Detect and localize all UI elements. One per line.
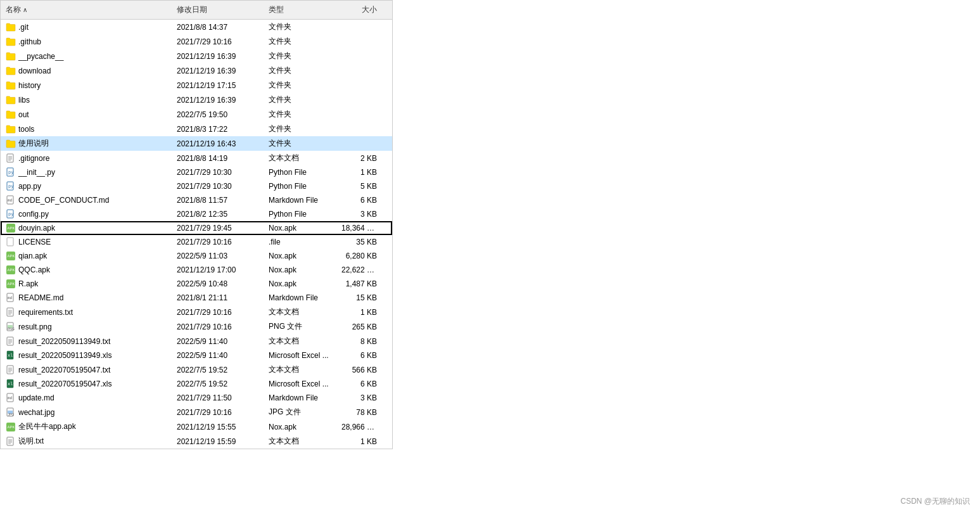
text-icon	[6, 437, 16, 447]
file-date-cell: 2021/12/19 15:59	[172, 437, 264, 447]
table-row[interactable]: .github 2021/7/29 10:16 文件夹	[1, 34, 392, 49]
file-date-cell: 2021/12/19 17:15	[172, 80, 264, 91]
svg-text:py: py	[8, 170, 13, 175]
file-date-cell: 2021/12/19 16:39	[172, 51, 264, 61]
table-row[interactable]: xls result_20220509113949.xls 2022/5/9 1…	[1, 348, 392, 362]
file-type-cell: Nox.apk	[264, 223, 336, 233]
apk-icon: APK	[6, 251, 16, 261]
file-type-cell: Microsoft Excel ...	[264, 379, 336, 389]
table-row[interactable]: APK R.apk 2022/5/9 10:48 Nox.apk 1,487 K…	[1, 277, 392, 291]
table-row[interactable]: md update.md 2021/7/29 11:50 Markdown Fi…	[1, 391, 392, 405]
file-type-cell: 文本文档	[264, 335, 336, 347]
file-name-label: result_20220705195047.txt	[18, 366, 110, 374]
table-row[interactable]: APK qian.apk 2022/5/9 11:03 Nox.apk 6,28…	[1, 249, 392, 263]
text-icon	[6, 365, 16, 375]
table-row[interactable]: __pycache__ 2021/12/19 16:39 文件夹	[1, 49, 392, 63]
table-row[interactable]: xls result_20220705195047.xls 2022/7/5 1…	[1, 377, 392, 391]
file-name-label: tools	[18, 125, 34, 134]
file-date-cell: 2021/7/29 10:16	[172, 307, 264, 317]
col-header-date[interactable]: 修改日期	[172, 3, 264, 16]
table-row[interactable]: tools 2021/8/3 17:22 文件夹	[1, 122, 392, 136]
file-date-cell: 2021/8/8 11:57	[172, 195, 264, 205]
table-row[interactable]: .git 2021/8/8 14:37 文件夹	[1, 20, 392, 34]
file-name-label: result_20220705195047.xls	[18, 380, 111, 388]
table-row[interactable]: APK 全民牛牛app.apk 2021/12/19 15:55 Nox.apk…	[1, 419, 392, 434]
file-name-label: result.png	[18, 322, 52, 331]
file-size-cell: 3 KB	[336, 393, 387, 403]
table-row[interactable]: 使用说明 2021/12/19 16:43 文件夹	[1, 136, 392, 151]
file-name-label: update.md	[18, 393, 54, 402]
file-size-cell	[336, 85, 387, 86]
table-row[interactable]: JPG wechat.jpg 2021/7/29 10:16 JPG 文件 78…	[1, 405, 392, 419]
apk-icon: APK	[6, 422, 16, 432]
watermark: CSDN @无聊的知识	[900, 496, 970, 507]
file-size-cell: 1,487 KB	[336, 279, 387, 289]
file-name-label: history	[18, 81, 41, 90]
file-name-label: qian.apk	[18, 252, 47, 260]
md-icon: md	[6, 393, 16, 403]
svg-text:py: py	[8, 184, 13, 189]
file-name-cell: 说明.txt	[1, 435, 172, 447]
table-row[interactable]: history 2021/12/19 17:15 文件夹	[1, 78, 392, 93]
file-type-cell: 文件夹	[264, 21, 336, 33]
table-row[interactable]: 说明.txt 2021/12/19 15:59 文本文档 1 KB	[1, 434, 392, 449]
file-type-cell: 文件夹	[264, 94, 336, 106]
table-row[interactable]: py config.py 2021/8/2 12:35 Python File …	[1, 207, 392, 221]
file-date-cell: 2021/8/8 14:37	[172, 22, 264, 32]
file-name-label: R.apk	[18, 279, 38, 288]
table-row[interactable]: .gitignore 2021/8/8 14:19 文本文档 2 KB	[1, 151, 392, 165]
table-row[interactable]: md CODE_OF_CONDUCT.md 2021/8/8 11:57 Mar…	[1, 193, 392, 207]
file-date-cell: 2022/5/9 11:40	[172, 350, 264, 361]
file-type-cell: 文件夹	[264, 79, 336, 91]
table-row[interactable]: requirements.txt 2021/7/29 10:16 文本文档 1 …	[1, 305, 392, 319]
file-type-cell: PNG 文件	[264, 321, 336, 333]
file-date-cell: 2021/8/3 17:22	[172, 124, 264, 134]
table-row[interactable]: PNG result.png 2021/7/29 10:16 PNG 文件 26…	[1, 319, 392, 334]
table-row[interactable]: libs 2021/12/19 16:39 文件夹	[1, 93, 392, 107]
file-date-cell: 2021/7/29 10:16	[172, 237, 264, 247]
file-size-cell: 8 KB	[336, 336, 387, 347]
col-header-name[interactable]: 名称	[1, 3, 172, 16]
folder-icon	[6, 22, 16, 32]
png-icon: PNG	[6, 322, 16, 332]
file-date-cell: 2021/12/19 17:00	[172, 265, 264, 275]
file-name-label: app.py	[18, 182, 41, 191]
apk-icon: APK	[6, 223, 16, 233]
file-size-cell: 15 KB	[336, 293, 387, 303]
table-row[interactable]: py app.py 2021/7/29 10:30 Python File 5 …	[1, 179, 392, 193]
table-row[interactable]: result_20220705195047.txt 2022/7/5 19:52…	[1, 362, 392, 377]
file-type-cell: Markdown File	[264, 393, 336, 403]
table-row[interactable]: APK QQC.apk 2021/12/19 17:00 Nox.apk 22,…	[1, 263, 392, 277]
file-date-cell: 2021/7/29 10:16	[172, 322, 264, 332]
file-name-label: requirements.txt	[18, 308, 73, 317]
file-name-cell: out	[1, 109, 172, 120]
svg-rect-0	[7, 154, 13, 162]
svg-rect-53	[7, 437, 13, 445]
table-row[interactable]: APK douyin.apk 2021/7/29 19:45 Nox.apk 1…	[1, 221, 392, 235]
svg-text:APK: APK	[8, 226, 15, 230]
file-name-cell: __pycache__	[1, 51, 172, 62]
svg-rect-39	[7, 366, 13, 374]
file-type-cell: JPG 文件	[264, 406, 336, 418]
table-row[interactable]: out 2022/7/5 19:50 文件夹	[1, 107, 392, 122]
file-name-label: README.md	[18, 293, 63, 302]
svg-text:xls: xls	[8, 353, 16, 358]
excel-icon: xls	[6, 379, 16, 389]
file-type-cell: 文件夹	[264, 137, 336, 150]
table-row[interactable]: result_20220509113949.txt 2022/5/9 11:40…	[1, 334, 392, 348]
file-name-label: result_20220509113949.txt	[18, 337, 110, 346]
apk-icon: APK	[6, 279, 16, 289]
table-row[interactable]: download 2021/12/19 16:39 文件夹	[1, 63, 392, 78]
svg-text:APK: APK	[8, 254, 15, 258]
table-row[interactable]: LICENSE 2021/7/29 10:16 .file 35 KB	[1, 235, 392, 249]
file-date-cell: 2021/12/19 16:39	[172, 95, 264, 105]
file-name-cell: requirements.txt	[1, 307, 172, 318]
file-date-cell: 2021/7/29 10:30	[172, 167, 264, 177]
file-size-cell: 6 KB	[336, 350, 387, 361]
file-type-cell: Python File	[264, 181, 336, 191]
col-header-size[interactable]: 大小	[336, 3, 387, 16]
col-header-type[interactable]: 类型	[264, 3, 336, 16]
table-row[interactable]: md README.md 2021/8/1 21:11 Markdown Fil…	[1, 291, 392, 305]
svg-text:APK: APK	[8, 268, 15, 272]
table-row[interactable]: py __init__.py 2021/7/29 10:30 Python Fi…	[1, 165, 392, 179]
